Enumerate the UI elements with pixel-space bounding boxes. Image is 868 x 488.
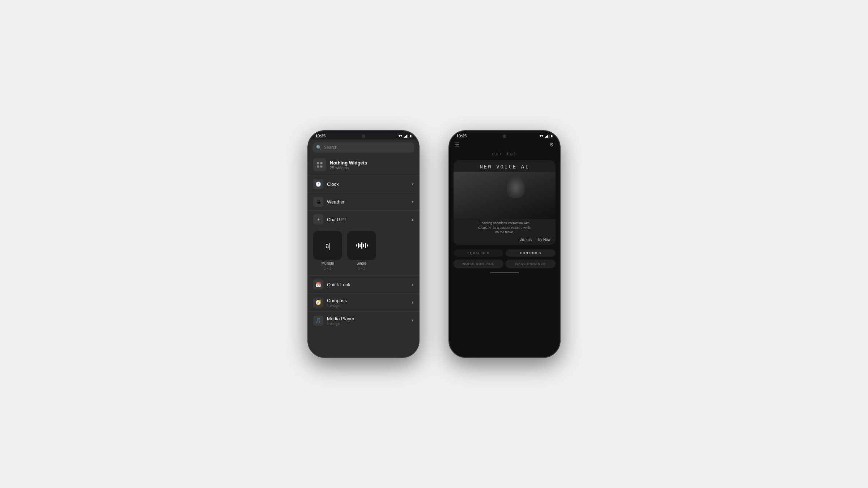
svg-rect-1	[320, 162, 323, 164]
chatgpt-icon: ✦	[313, 214, 323, 224]
search-icon: 🔍	[316, 145, 322, 150]
tab-equaliser[interactable]: EQUALISER	[454, 249, 503, 257]
ai-wave-icon	[356, 242, 368, 249]
widget-single-size: 2 × 2	[358, 267, 365, 270]
app-tabs: EQUALISER CONTROLS	[449, 247, 560, 258]
category-clock[interactable]: 🕐 Clock ▾	[308, 175, 419, 193]
phone-1-camera	[362, 134, 365, 138]
chatgpt-chevron-icon: ▴	[412, 217, 414, 222]
quicklook-label: Quick Look	[327, 282, 412, 287]
promo-card: NEW VOICE AI Enabling seamless interacti…	[454, 160, 556, 245]
clock-chevron-icon: ▾	[412, 182, 414, 187]
phone-2: 10:25 ▾▾ ▮ ☰ ⚙ ear (a) NEW VOICE AI	[448, 130, 561, 358]
mediaplayer-chevron-icon: ▾	[412, 318, 414, 323]
battery-icon: ▮	[410, 134, 412, 138]
promo-image	[454, 172, 556, 219]
chatgpt-header[interactable]: ✦ ChatGPT ▴	[308, 211, 419, 228]
widget-single-box	[347, 231, 376, 260]
nothing-widgets-info: Nothing Widgets 25 widgets	[330, 160, 367, 170]
nothing-widgets-icon	[313, 158, 326, 171]
widget-multiple-name: Multiple	[322, 261, 334, 265]
phone-2-camera	[503, 134, 506, 138]
quick-controls: NOISE CONTROL BASS ENHANCE	[449, 258, 560, 270]
promo-description: Enabling seamless interaction withChatGP…	[454, 219, 556, 236]
nothing-widgets-title: Nothing Widgets	[330, 160, 367, 166]
grid-icon	[316, 161, 323, 168]
nothing-widgets-subtitle: 25 widgets	[330, 166, 367, 170]
mediaplayer-icon: 🎵	[313, 316, 323, 326]
phone-1: 10:25 ▾▾ ▮ 🔍 Search	[307, 130, 420, 358]
quicklook-chevron-icon: ▾	[412, 282, 414, 287]
weather-icon: 🌤	[313, 197, 323, 207]
widget-multiple-box: a|	[313, 231, 342, 260]
app-top-bar: ☰ ⚙	[449, 140, 560, 149]
person-image	[454, 172, 556, 219]
svg-rect-2	[317, 166, 319, 168]
battery-icon-2: ▮	[551, 134, 553, 138]
wifi-icon-2: ▾▾	[540, 134, 543, 138]
phone-2-time: 10:25	[456, 134, 467, 138]
chatgpt-widget-grid: a| Multiple 2 × 2	[308, 228, 419, 275]
compass-icon: 🧭	[313, 297, 323, 308]
widget-single-name: Single	[357, 261, 367, 265]
signal-icon-2	[545, 134, 549, 138]
svg-rect-0	[317, 162, 319, 164]
bass-enhance-button[interactable]: BASS ENHANCE	[506, 260, 556, 268]
clock-label: Clock	[327, 181, 412, 187]
ai-text-icon: a|	[326, 241, 330, 250]
settings-icon[interactable]: ⚙	[549, 142, 554, 147]
compass-subtitle: 1 widget	[327, 304, 412, 308]
promo-title: NEW VOICE AI	[454, 160, 556, 172]
try-now-button[interactable]: Try Now	[537, 237, 550, 241]
mediaplayer-label: Media Player	[327, 316, 354, 321]
category-quicklook[interactable]: 📅 Quick Look ▾	[308, 275, 419, 293]
category-chatgpt: ✦ ChatGPT ▴ a| Multiple 2 × 2	[308, 210, 419, 275]
widget-multiple-size: 2 × 2	[324, 267, 331, 270]
compass-chevron-icon: ▾	[412, 300, 414, 305]
app-name: ear (a)	[449, 149, 560, 158]
signal-icon	[404, 134, 408, 138]
menu-icon[interactable]: ☰	[455, 142, 460, 147]
category-compass[interactable]: 🧭 Compass 1 widget ▾	[308, 293, 419, 311]
category-weather[interactable]: 🌤 Weather ▾	[308, 193, 419, 210]
promo-actions: Dismiss Try Now	[454, 236, 556, 245]
search-placeholder: Search	[324, 145, 337, 150]
quicklook-icon: 📅	[313, 279, 323, 290]
mediaplayer-subtitle: 1 widget	[327, 322, 412, 326]
dismiss-button[interactable]: Dismiss	[519, 237, 532, 241]
phone-2-status-icons: ▾▾ ▮	[540, 134, 553, 138]
home-indicator	[490, 272, 519, 273]
svg-rect-3	[320, 166, 323, 168]
widget-multiple[interactable]: a| Multiple 2 × 2	[313, 231, 342, 270]
noise-control-button[interactable]: NOISE CONTROL	[454, 260, 503, 268]
tab-controls[interactable]: CONTROLS	[506, 249, 556, 257]
category-mediaplayer[interactable]: 🎵 Media Player 1 widget ▾	[308, 311, 419, 329]
widget-picker-content: 🔍 Search Nothing Widgets 25 widgets	[308, 140, 419, 357]
phone-1-time: 10:25	[315, 134, 326, 138]
phone-1-status-icons: ▾▾ ▮	[399, 134, 412, 138]
clock-icon: 🕐	[313, 179, 323, 189]
weather-label: Weather	[327, 199, 412, 205]
nothing-widgets-header: Nothing Widgets 25 widgets	[308, 155, 419, 175]
widget-single[interactable]: Single 2 × 2	[347, 231, 376, 270]
chatgpt-label: ChatGPT	[327, 217, 412, 222]
search-bar[interactable]: 🔍 Search	[312, 142, 414, 153]
wifi-icon: ▾▾	[399, 134, 402, 138]
weather-chevron-icon: ▾	[412, 200, 414, 204]
compass-label: Compass	[327, 298, 347, 303]
